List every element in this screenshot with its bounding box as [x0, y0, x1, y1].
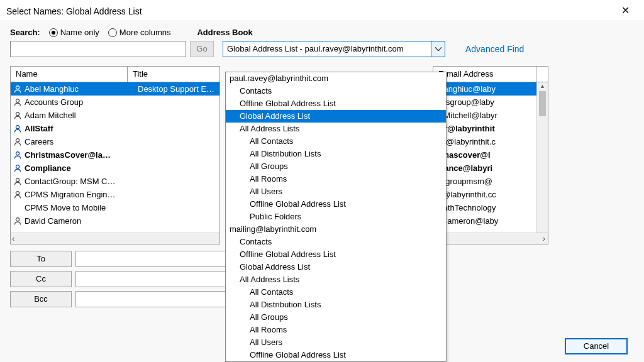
- dropdown-item[interactable]: All Rooms: [226, 324, 446, 336]
- dropdown-item[interactable]: Public Folders: [226, 211, 446, 223]
- address-book-dropdown-button[interactable]: [431, 41, 445, 57]
- dropdown-item[interactable]: Global Address List: [226, 110, 446, 123]
- dropdown-item[interactable]: All Rooms: [226, 173, 446, 185]
- person-icon: [13, 138, 22, 146]
- to-button[interactable]: To: [10, 251, 72, 267]
- dropdown-item[interactable]: All Distribution Lists: [226, 148, 446, 160]
- controls-row: Go Global Address List - paul.ravey@laby…: [10, 41, 634, 57]
- person-icon: [13, 164, 22, 173]
- column-header-name[interactable]: Name: [10, 66, 127, 82]
- email-cell[interactable]: untsgroup@laby: [433, 96, 536, 109]
- svg-point-7: [16, 178, 19, 181]
- dropdown-item[interactable]: Offline Global Address List: [226, 198, 446, 211]
- table-row[interactable]: David Cameron: [11, 214, 219, 228]
- dropdown-item[interactable]: Global Address List: [226, 261, 446, 273]
- chevron-down-icon: [435, 47, 441, 51]
- results-list[interactable]: Abel ManghiucDesktop Support E…Accounts …: [11, 82, 219, 229]
- bcc-button[interactable]: Bcc: [10, 291, 72, 307]
- entry-name: Abel Manghiuc: [25, 84, 138, 94]
- search-label: Search:: [10, 28, 40, 37]
- email-cell[interactable]: pliance@labyri: [433, 162, 536, 175]
- horizontal-scrollbar[interactable]: ‹: [11, 233, 219, 244]
- dropdown-item[interactable]: Offline Global Address List: [226, 349, 446, 361]
- svg-point-5: [16, 151, 19, 155]
- table-row[interactable]: Compliance: [11, 162, 219, 175]
- dropdown-item[interactable]: All Address Lists: [226, 273, 446, 286]
- table-row[interactable]: Accounts Group: [11, 96, 219, 109]
- address-book-dropdown-list[interactable]: paul.ravey@labyrinthit.comContactsOfflin…: [225, 72, 447, 362]
- scroll-left-icon[interactable]: ‹: [12, 234, 14, 243]
- dropdown-item[interactable]: mailing@labyrinthit.com: [226, 223, 446, 236]
- entry-name: ContactGroup: MSM C…: [25, 177, 138, 186]
- email-cell[interactable]: d Cameron@laby: [433, 214, 536, 228]
- select-names-dialog: Select Names: Global Address List ✕ Sear…: [0, 0, 644, 362]
- dropdown-item[interactable]: paul.ravey@labyrinthit.com: [226, 72, 446, 85]
- table-row[interactable]: CPMS Move to Mobile: [11, 201, 219, 214]
- address-book-selected[interactable]: Global Address List - paul.ravey@labyrin…: [223, 41, 431, 57]
- cancel-button[interactable]: Cancel: [565, 338, 628, 354]
- column-header-blank: [536, 66, 548, 82]
- person-icon: [13, 98, 22, 107]
- dropdown-item[interactable]: Offline Global Address List: [226, 248, 446, 261]
- table-row[interactable]: Adam Mitchell: [11, 109, 219, 122]
- table-row[interactable]: ChristmasCover@la…: [11, 148, 219, 162]
- cc-button[interactable]: Cc: [10, 271, 72, 287]
- results-right: .Manghiuc@labyuntsgroup@labym.Mitchell@l…: [433, 82, 548, 244]
- radio-name-only[interactable]: Name only: [49, 28, 99, 37]
- person-icon: [13, 85, 22, 94]
- close-button[interactable]: ✕: [613, 4, 638, 16]
- email-cell[interactable]: taff@labyrinthit: [433, 122, 536, 135]
- entry-name: ChristmasCover@la…: [25, 150, 138, 160]
- scroll-up-icon[interactable]: ▴: [537, 82, 548, 89]
- radio-name-only-label: Name only: [60, 28, 99, 37]
- dropdown-item[interactable]: Contacts: [226, 236, 446, 248]
- advanced-find-link[interactable]: Advanced Find: [465, 44, 524, 54]
- radio-more-columns[interactable]: More columns: [108, 28, 171, 37]
- person-icon: [13, 151, 22, 160]
- dropdown-item[interactable]: All Address Lists: [226, 123, 446, 135]
- svg-point-4: [16, 138, 19, 141]
- table-row[interactable]: AllStaff: [11, 122, 219, 135]
- column-header-title[interactable]: Title: [127, 66, 220, 82]
- vertical-scrollbar[interactable]: ▴: [536, 82, 548, 233]
- dialog-body: Search: Name only More columns Address B…: [0, 20, 644, 362]
- titlebar: Select Names: Global Address List ✕: [0, 0, 644, 20]
- radio-icon: [49, 28, 58, 37]
- column-header-email[interactable]: E-mail Address: [433, 66, 536, 82]
- email-cell[interactable]: ers@labyrinthit.c: [433, 135, 536, 148]
- email-cell[interactable]: actgroupmsm@: [433, 175, 536, 188]
- email-cell[interactable]: m.Mitchell@labyr: [433, 109, 536, 122]
- email-cell[interactable]: yrinthTechnology: [433, 201, 536, 214]
- table-row[interactable]: Abel ManghiucDesktop Support E…: [11, 82, 219, 96]
- dropdown-item[interactable]: All Groups: [226, 311, 446, 324]
- dropdown-item[interactable]: All Distribution Lists: [226, 299, 446, 311]
- search-input[interactable]: [10, 41, 186, 57]
- entry-name: Adam Mitchell: [25, 111, 138, 120]
- results-left: Abel ManghiucDesktop Support E…Accounts …: [10, 82, 220, 244]
- svg-point-3: [16, 125, 19, 128]
- email-cell[interactable]: IS@labyrinthit.cc: [433, 188, 536, 201]
- go-button[interactable]: Go: [190, 41, 214, 57]
- entry-name: AllStaff: [25, 124, 138, 133]
- entry-name: CPMS Move to Mobile: [25, 203, 138, 212]
- dropdown-item[interactable]: Offline Global Address List: [226, 97, 446, 110]
- dropdown-item[interactable]: All Users: [226, 185, 446, 198]
- dropdown-item[interactable]: Contacts: [226, 85, 446, 97]
- person-icon: [13, 111, 22, 120]
- email-cell[interactable]: stmascover@l: [433, 148, 536, 162]
- entry-name: CPMS Migration Engin…: [25, 190, 138, 199]
- horizontal-scrollbar-right[interactable]: ›: [433, 233, 548, 244]
- scroll-right-icon[interactable]: ›: [543, 234, 545, 243]
- dropdown-item[interactable]: All Contacts: [226, 286, 446, 299]
- dropdown-item[interactable]: All Groups: [226, 160, 446, 173]
- table-row[interactable]: ContactGroup: MSM C…: [11, 175, 219, 188]
- dropdown-item[interactable]: All Contacts: [226, 135, 446, 148]
- person-icon: [13, 217, 22, 226]
- scrollbar-thumb[interactable]: [539, 91, 546, 116]
- entry-name: Accounts Group: [25, 97, 138, 107]
- table-row[interactable]: CPMS Migration Engin…: [11, 188, 219, 201]
- table-row[interactable]: Careers: [11, 135, 219, 148]
- dropdown-item[interactable]: All Users: [226, 336, 446, 349]
- email-list[interactable]: .Manghiuc@labyuntsgroup@labym.Mitchell@l…: [433, 82, 536, 229]
- email-cell[interactable]: .Manghiuc@laby: [433, 82, 536, 96]
